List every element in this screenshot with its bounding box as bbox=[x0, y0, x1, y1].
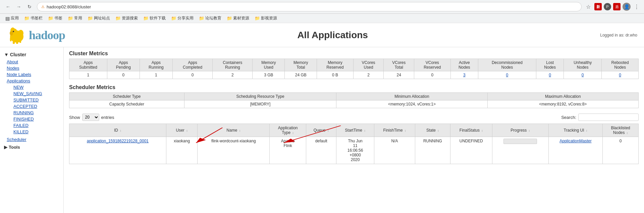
sort-type-icon: ↕ bbox=[292, 131, 294, 135]
val-active-nodes: 3 bbox=[450, 71, 478, 79]
app-id-link[interactable]: application_1591862219128_0001 bbox=[87, 139, 149, 143]
extension-btn-2[interactable]: P bbox=[604, 3, 611, 10]
browser-actions: ☆ 新 P 盾 👤 ⋮ bbox=[584, 3, 641, 11]
page-title: All Applications bbox=[297, 30, 368, 41]
sched-col-max-alloc: Maximum Allocation bbox=[487, 93, 638, 100]
val-memory-reserved: 0 B bbox=[317, 71, 354, 79]
bookmark-apps[interactable]: ▤ 应用 bbox=[3, 15, 21, 22]
val-rebooted-nodes: 0 bbox=[602, 71, 639, 79]
cell-app-type: ApacheFlink bbox=[270, 137, 306, 164]
sidebar-item-applications[interactable]: Applications bbox=[0, 78, 63, 84]
tracking-ui-link[interactable]: ApplicationMaster bbox=[559, 139, 591, 143]
bookmark-folder-4[interactable]: 📁 网址站点 bbox=[86, 15, 112, 22]
col-memory-total: MemoryTotal bbox=[285, 59, 317, 71]
folder-icon-3: 📁 bbox=[68, 16, 73, 21]
menu-button[interactable]: ⋮ bbox=[633, 3, 641, 11]
progress-bar bbox=[503, 139, 537, 144]
bookmark-label-5: 资源搜索 bbox=[122, 15, 138, 21]
sidebar-item-new-saving[interactable]: NEW_SAVING bbox=[10, 90, 63, 97]
apps-col-queue: Queue ↕ bbox=[306, 124, 336, 137]
url-text: hadoop02:8088/cluster bbox=[47, 4, 577, 9]
entries-label: entries bbox=[101, 115, 114, 120]
extension-btn-1[interactable]: 新 bbox=[594, 3, 602, 10]
sidebar-item-new[interactable]: NEW bbox=[10, 84, 63, 90]
search-input[interactable] bbox=[578, 114, 639, 121]
val-apps-submitted: 1 bbox=[69, 71, 107, 79]
sidebar-item-about[interactable]: About bbox=[0, 59, 63, 65]
apps-col-state: State ↕ bbox=[415, 124, 450, 137]
sidebar-item-accepted[interactable]: ACCEPTED bbox=[10, 103, 63, 110]
bookmark-folder-9[interactable]: 📁 素材资源 bbox=[225, 15, 251, 22]
cell-app-id: application_1591862219128_0001 bbox=[69, 137, 166, 164]
table-row: application_1591862219128_0001 xiaokang … bbox=[69, 137, 639, 164]
col-vcores-reserved: VCoresReserved bbox=[414, 59, 451, 71]
active-nodes-link[interactable]: 3 bbox=[463, 73, 466, 77]
bookmarks-bar: ▤ 应用 📁 书签栏 📁 书签 📁 常用 📁 网址站点 📁 资源搜索 📁 软件下… bbox=[0, 14, 644, 23]
sort-id-icon: ↕ bbox=[120, 129, 121, 132]
apps-grid-icon: ▤ bbox=[5, 16, 10, 21]
cell-queue: default bbox=[306, 137, 336, 164]
bookmark-folder-5[interactable]: 📁 资源搜索 bbox=[113, 15, 140, 22]
val-apps-running: 1 bbox=[140, 71, 172, 79]
hadoop-logo-text: hadoop bbox=[29, 28, 65, 42]
sort-finish-icon: ↕ bbox=[405, 129, 406, 132]
sidebar-item-finished[interactable]: FINISHED bbox=[10, 116, 63, 122]
sidebar-item-nodes[interactable]: Nodes bbox=[0, 65, 63, 71]
sidebar-item-failed[interactable]: FAILED bbox=[10, 122, 63, 129]
sort-queue-icon: ↕ bbox=[327, 129, 329, 132]
folder-icon-1: 📁 bbox=[24, 16, 30, 21]
decommissioned-nodes-link[interactable]: 0 bbox=[506, 73, 508, 77]
sidebar-item-killed[interactable]: KILLED bbox=[10, 129, 63, 135]
bookmark-label-4: 网址站点 bbox=[94, 15, 110, 21]
bookmark-folder-8[interactable]: 📁 论坛教育 bbox=[197, 15, 223, 22]
sched-col-min-alloc: Minimum Allocation bbox=[336, 93, 487, 100]
rebooted-nodes-link[interactable]: 0 bbox=[619, 73, 621, 77]
col-decommissioned-nodes: DecommissionedNodes bbox=[478, 59, 536, 71]
bookmark-folder-2[interactable]: 📁 书签 bbox=[46, 15, 64, 22]
nav-buttons: ← → ↻ bbox=[3, 2, 34, 11]
page-header: hadoop All Applications Logged in as: dr… bbox=[0, 23, 644, 47]
bookmark-folder-1[interactable]: 📁 书签栏 bbox=[22, 15, 45, 22]
sidebar-item-scheduler[interactable]: Scheduler bbox=[0, 136, 63, 143]
profile-button[interactable]: 👤 bbox=[623, 3, 631, 11]
apps-col-finalstatus: FinalStatus ↕ bbox=[450, 124, 492, 137]
cluster-metrics-table: AppsSubmitted AppsPending AppsRunning Ap… bbox=[69, 59, 639, 79]
sidebar-item-submitted[interactable]: SUBMITTED bbox=[10, 97, 63, 103]
forward-button[interactable]: → bbox=[14, 2, 23, 11]
folder-icon-10: 📁 bbox=[255, 16, 260, 21]
apps-col-finishtime: FinishTime ↕ bbox=[374, 124, 415, 137]
lost-nodes-link[interactable]: 0 bbox=[549, 73, 551, 77]
unhealthy-nodes-link[interactable]: 0 bbox=[582, 73, 584, 77]
cell-state: RUNNING bbox=[415, 137, 450, 164]
main-body: ▼ Cluster About Nodes Node Labels Applic… bbox=[0, 47, 644, 213]
bookmark-label-9: 素材资源 bbox=[233, 15, 249, 21]
bookmark-folder-3[interactable]: 📁 常用 bbox=[66, 15, 84, 22]
tools-section[interactable]: ▶ Tools bbox=[0, 143, 63, 152]
sort-progress-icon: ↕ bbox=[529, 129, 530, 132]
cell-finish-time: N/A bbox=[374, 137, 415, 164]
entries-select[interactable]: 20 50 100 bbox=[82, 114, 99, 121]
sidebar-item-running[interactable]: RUNNING bbox=[10, 110, 63, 116]
sidebar-item-node-labels[interactable]: Node Labels bbox=[0, 71, 63, 78]
bookmark-folder-7[interactable]: 📁 分享实用 bbox=[169, 15, 196, 22]
star-button[interactable]: ☆ bbox=[584, 3, 592, 11]
bookmark-label-1: 书签栏 bbox=[31, 15, 43, 21]
tools-title: ▶ Tools bbox=[4, 145, 59, 150]
back-button[interactable]: ← bbox=[3, 2, 13, 11]
address-bar[interactable]: ⚠ hadoop02:8088/cluster bbox=[37, 2, 582, 11]
cell-final-status: UNDEFINED bbox=[450, 137, 492, 164]
col-vcores-used: VCoresUsed bbox=[353, 59, 384, 71]
extension-btn-3[interactable]: 盾 bbox=[613, 3, 621, 10]
bookmark-folder-10[interactable]: 📁 影视资源 bbox=[253, 15, 279, 22]
bookmark-label-7: 分享实用 bbox=[177, 15, 194, 21]
scheduler-metrics-title: Scheduler Metrics bbox=[69, 84, 639, 90]
bookmark-folder-6[interactable]: 📁 软件下载 bbox=[141, 15, 168, 22]
cell-blacklisted-nodes: 0 bbox=[603, 137, 639, 164]
col-lost-nodes: LostNodes bbox=[536, 59, 564, 71]
reload-button[interactable]: ↻ bbox=[25, 2, 34, 11]
val-sched-type: Capacity Scheduler bbox=[69, 100, 184, 108]
apps-col-blacklisted: BlacklistedNodes ↕ bbox=[603, 124, 639, 137]
val-memory-total: 24 GB bbox=[285, 71, 317, 79]
cluster-section-title[interactable]: ▼ Cluster bbox=[0, 51, 63, 59]
cell-progress bbox=[492, 137, 548, 164]
